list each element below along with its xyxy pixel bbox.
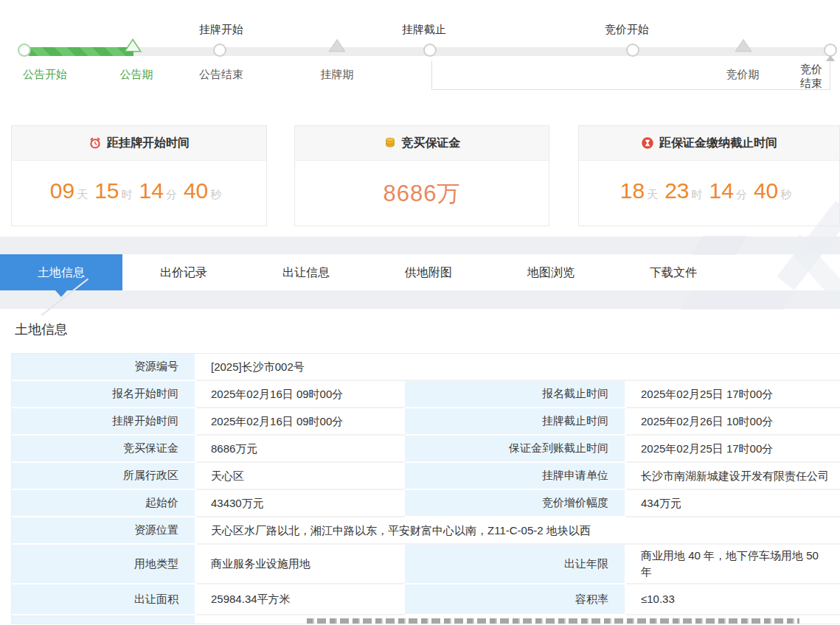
card-title: 距保证金缴纳截止时间	[659, 136, 777, 151]
countdown-seconds: 40	[754, 178, 778, 203]
node-bidding-period-icon	[735, 38, 752, 52]
node-announce-period-icon	[124, 38, 142, 52]
alarm-clock-icon	[88, 136, 102, 150]
row-value: ≤10.33	[626, 584, 840, 615]
table-row-clipped	[12, 615, 840, 624]
unit-hour: 时	[122, 188, 133, 202]
row-value: 天心区水厂路以北，湘江中路以东，平安财富中心以南，Z11-C-05-2 地块以西	[196, 517, 840, 545]
table-row: 挂牌开始时间 2025年02月16日 09时00分 挂牌截止时间 2025年02…	[12, 408, 840, 436]
row-value: 长沙市南湖新城建设开发有限责任公司	[626, 463, 840, 490]
node-listing-period-icon	[328, 38, 346, 52]
row-value: 天心区	[196, 463, 405, 490]
tab-map-browse[interactable]: 地图浏览	[490, 254, 612, 290]
tab-downloads[interactable]: 下载文件	[612, 254, 735, 290]
row-value: 2025年02月25日 17时00分	[626, 381, 840, 408]
row-value: 434万元	[626, 490, 840, 517]
countdown-display: 18天23时14分40秒	[579, 161, 839, 226]
card-header: 距保证金缴纳截止时间	[579, 126, 839, 161]
loop-arrow-icon	[826, 55, 835, 61]
row-label: 挂牌开始时间	[12, 408, 196, 436]
row-label: 报名截止时间	[405, 381, 626, 408]
node-announce-start-icon	[18, 43, 31, 57]
tab-transfer-info[interactable]: 出让信息	[245, 254, 367, 290]
card-deposit-countdown: 距保证金缴纳截止时间 18天23时14分40秒	[578, 125, 840, 226]
row-label	[12, 615, 196, 624]
row-label: 竞买保证金	[12, 436, 196, 463]
row-value: 商业用地 40 年，地下停车场用地 50 年	[626, 545, 840, 584]
deposit-unit: 万	[437, 178, 461, 209]
tab-parcel-map[interactable]: 供地附图	[367, 254, 490, 290]
row-label: 保证金到账截止时间	[405, 436, 626, 463]
countdown-hours: 23	[664, 178, 689, 203]
tab-land-info[interactable]: 土地信息	[0, 254, 122, 290]
unit-day: 天	[647, 188, 658, 202]
table-row: 报名开始时间 2025年02月16日 09时00分 报名截止时间 2025年02…	[12, 381, 840, 408]
tab-bid-records[interactable]: 出价记录	[122, 254, 245, 290]
row-value: 25984.34平方米	[196, 584, 405, 615]
row-label: 挂牌截止时间	[405, 408, 626, 436]
page-title: 土地信息	[15, 321, 840, 337]
extension-loop-line	[431, 60, 830, 90]
node-bidding-start-icon	[626, 43, 639, 57]
row-value: 8686万元	[196, 436, 405, 463]
node-announce-end-icon	[213, 43, 226, 57]
row-value: 2025年02月16日 09时00分	[196, 408, 405, 436]
row-value: 2025年02月26日 10时00分	[626, 408, 840, 436]
divider-band-top	[0, 237, 840, 254]
row-value-clipped	[196, 615, 840, 624]
countdown-minutes: 14	[709, 178, 734, 203]
row-label: 资源位置	[12, 517, 196, 545]
timeline-progress-bar	[26, 47, 133, 56]
table-row: 资源位置 天心区水厂路以北，湘江中路以东，平安财富中心以南，Z11-C-05-2…	[12, 517, 840, 545]
row-label: 出让年限	[405, 545, 626, 584]
unit-second: 秒	[780, 188, 791, 202]
stage-label-announce-period: 公告期	[120, 68, 153, 82]
row-label: 报名开始时间	[12, 381, 196, 408]
card-listing-countdown: 距挂牌开始时间 09天15时14分40秒	[11, 125, 267, 226]
row-value: 2025年02月25日 17时00分	[626, 436, 840, 463]
table-row: 所属行政区 天心区 挂牌申请单位 长沙市南湖新城建设开发有限责任公司	[12, 463, 840, 490]
countdown-days: 18	[620, 178, 645, 203]
stage-label-bidding-end: 竞价结束	[800, 62, 831, 90]
unit-minute: 分	[166, 188, 177, 202]
stage-label-bidding-period: 竞价期	[726, 68, 760, 82]
row-value: 2025年02月16日 09时00分	[196, 381, 405, 408]
table-row: 资源编号 [2025]长沙市002号	[12, 354, 840, 381]
countdown-minutes: 14	[139, 178, 164, 203]
hourglass-icon	[641, 136, 654, 150]
unit-hour: 时	[692, 188, 703, 202]
row-label: 所属行政区	[12, 463, 196, 490]
divider-band-bottom	[0, 290, 840, 309]
table-row: 竞买保证金 8686万元 保证金到账截止时间 2025年02月25日 17时00…	[12, 436, 840, 463]
unit-second: 秒	[210, 188, 221, 202]
stage-label-announce-start: 公告开始	[23, 68, 67, 82]
card-deposit-amount: 竞买保证金 8686万	[294, 125, 549, 226]
stage-label-listing-start: 挂牌开始	[199, 23, 243, 37]
auction-stage-timeline: 挂牌开始 挂牌截止 竞价开始 公告开始 公告期 公告结束 挂牌期 竞价期 竞价结…	[0, 0, 840, 111]
stage-label-bidding-start: 竞价开始	[605, 23, 649, 37]
row-value: [2025]长沙市002号	[196, 354, 840, 381]
card-title: 竞买保证金	[402, 136, 461, 151]
deposit-amount: 8686	[383, 181, 437, 207]
row-label: 资源编号	[12, 354, 196, 381]
row-label: 出让面积	[12, 584, 196, 615]
row-label: 容积率	[405, 584, 626, 615]
countdown-days: 09	[50, 178, 74, 203]
summary-cards: 距挂牌开始时间 09天15时14分40秒 竞买保证金 8686万 距保证金缴纳截…	[11, 125, 840, 226]
row-label: 用地类型	[12, 545, 196, 584]
node-listing-end-icon	[423, 43, 437, 57]
countdown-hours: 15	[94, 178, 119, 203]
unit-minute: 分	[736, 188, 747, 202]
countdown-seconds: 40	[184, 178, 208, 203]
deposit-display: 8686万	[295, 161, 549, 226]
card-title: 距挂牌开始时间	[107, 136, 190, 151]
table-row: 用地类型 商业服务业设施用地 出让年限 商业用地 40 年，地下停车场用地 50…	[12, 545, 840, 584]
tab-bar: 土地信息 出价记录 出让信息 供地附图 地图浏览 下载文件	[0, 254, 840, 290]
unit-day: 天	[77, 188, 88, 202]
countdown-display: 09天15时14分40秒	[12, 161, 266, 226]
table-row: 起始价 43430万元 竞价增价幅度 434万元	[12, 490, 840, 517]
stage-label-listing-end: 挂牌截止	[402, 23, 446, 37]
card-header: 竞买保证金	[295, 126, 549, 161]
clipped-text-sliver	[307, 618, 799, 624]
table-row: 出让面积 25984.34平方米 容积率 ≤10.33	[12, 584, 840, 615]
